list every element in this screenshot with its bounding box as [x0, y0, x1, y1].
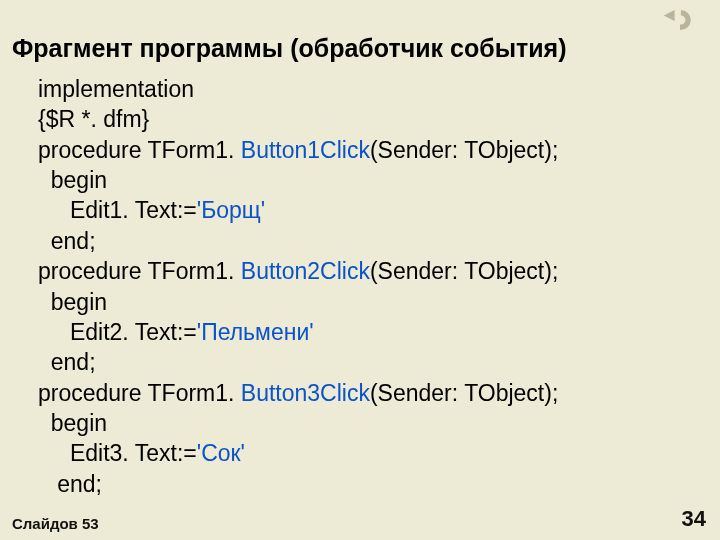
code-line: begin [38, 410, 107, 436]
code-keyword: Button3Click [241, 380, 370, 406]
code-line: procedure TForm1. Button1Click(Sender: T… [38, 137, 558, 163]
code-keyword: Button2Click [241, 258, 370, 284]
code-line: Edit2. Text:='Пельмени' [38, 319, 314, 345]
slide-footer: Слайдов 53 34 [12, 506, 706, 532]
return-arrow-icon [662, 6, 698, 34]
code-line: begin [38, 167, 107, 193]
code-line: procedure TForm1. Button3Click(Sender: T… [38, 380, 558, 406]
code-keyword: 'Борщ' [197, 197, 265, 223]
slide-title: Фрагмент программы (обработчик события) [12, 34, 708, 63]
code-line: Edit3. Text:='Сок' [38, 440, 245, 466]
code-line: implementation [38, 76, 194, 102]
slide-number: 34 [682, 506, 706, 532]
code-line: end; [38, 471, 102, 497]
code-block: implementation {$R *. dfm} procedure TFo… [38, 74, 708, 499]
code-line: end; [38, 349, 96, 375]
code-line: procedure TForm1. Button2Click(Sender: T… [38, 258, 558, 284]
code-keyword: Button1Click [241, 137, 370, 163]
code-line: begin [38, 289, 107, 315]
total-slides-label: Слайдов 53 [12, 515, 99, 532]
code-line: {$R *. dfm} [38, 106, 149, 132]
code-keyword: 'Пельмени' [197, 319, 314, 345]
code-line: Edit1. Text:='Борщ' [38, 197, 265, 223]
code-line: end; [38, 228, 96, 254]
code-keyword: 'Сок' [197, 440, 245, 466]
